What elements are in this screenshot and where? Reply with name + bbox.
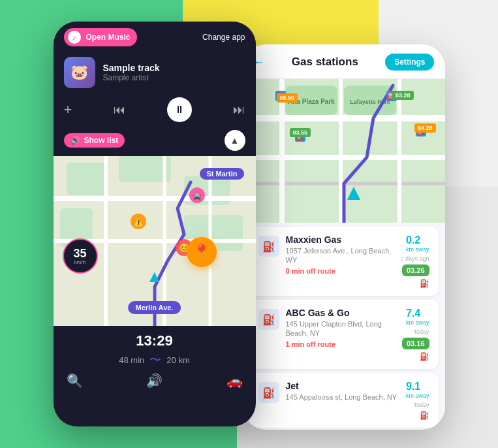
music-icon: ♪ [68, 31, 81, 44]
track-artist: Sample artist [103, 73, 245, 82]
map-svg-right: Alta Plaza Park Lafayette Park ⛽ ⛽ ⛽ ⛽ [243, 79, 445, 223]
svg-rect-1 [67, 163, 106, 195]
next-button[interactable]: ⏭ [233, 103, 245, 117]
gas-time-ago-1: 2 days ago [400, 255, 429, 262]
gas-station-route-1: 0 min off route [286, 267, 394, 275]
gas-dist-unit-1: km away [406, 246, 429, 253]
gas-station-name-3: Jet [286, 381, 399, 391]
gas-time-ago-2: Today [413, 328, 429, 335]
gas-distance-1: 0.2 [406, 234, 420, 246]
gas-dist-unit-2: km away [406, 319, 429, 326]
bottom-nav-left: 13:29 48 min 〜 20 km 🔍 🔊 🚗 [54, 326, 256, 398]
eta-time: 13:29 [136, 332, 172, 349]
car-icon[interactable]: 🚗 [226, 373, 243, 389]
gas-price-2: 03.16 [402, 338, 429, 349]
up-arrow-button[interactable]: ▲ [225, 130, 245, 151]
fuel-icon-2: ⛽ [420, 352, 429, 361]
gas-station-details-2: ABC Gas & Go 145 Upper Clapton Blvd, Lon… [286, 308, 396, 348]
gas-station-right-1: 0.2 km away 2 days ago 03.26 ⛽ [400, 234, 429, 288]
price-tag-2: 03.28 [392, 91, 414, 100]
gas-price-1: 03.26 [402, 264, 429, 276]
player-controls: + ⏮ ⏸ ⏭ [54, 93, 256, 127]
gas-station-name-1: Maxxien Gas [286, 234, 394, 245]
track-name: Sample track [103, 63, 245, 73]
header-title: Gas stations [292, 56, 358, 69]
location-pin[interactable]: 📍 [187, 237, 217, 267]
eta-details: 48 min 〜 20 km [119, 352, 189, 368]
gas-station-route-2: 1 min off route [286, 340, 396, 348]
nav-arrow: ▲ [146, 266, 163, 287]
gas-distance-2: 7.4 [406, 308, 420, 319]
gas-station-details-1: Maxxien Gas 1057 Jeferson Ave., Long Bea… [286, 234, 394, 275]
show-list-button[interactable]: 🔊 Show list [64, 133, 125, 148]
music-bar: ♪ Open Music Change app [54, 22, 256, 52]
show-list-bar: 🔊 Show list ▲ [54, 127, 256, 156]
gas-station-address-3: 145 Appaloosa st, Long Beach, NY [286, 392, 399, 402]
phones-container: ♪ Open Music Change app 🐷 Sample track S… [54, 18, 445, 430]
phone-right: ← Gas stations Settings Alta Plaza Park … [243, 44, 445, 430]
track-thumbnail: 🐷 [64, 57, 95, 88]
gas-station-details-3: Jet 145 Appaloosa st, Long Beach, NY [286, 381, 399, 404]
change-app-button[interactable]: Change app [202, 33, 245, 42]
gas-station-address-1: 1057 Jeferson Ave., Long Beach, WY [286, 246, 394, 265]
add-button[interactable]: + [64, 101, 72, 118]
prev-button[interactable]: ⏮ [114, 103, 125, 117]
gas-station-item-1[interactable]: ⛽ Maxxien Gas 1057 Jeferson Ave., Long B… [249, 227, 439, 296]
gas-station-icon-3: ⛽ [258, 382, 279, 403]
price-tag-1: 06.90 [277, 93, 298, 103]
nav-icons: 🔍 🔊 🚗 [67, 373, 243, 389]
gas-distance-3: 9.1 [406, 381, 420, 392]
search-icon[interactable]: 🔍 [67, 373, 83, 389]
map-right: Alta Plaza Park Lafayette Park ⛽ ⛽ ⛽ ⛽ 0… [243, 79, 445, 223]
price-tag-4: 04.28 [414, 123, 436, 133]
gas-station-right-2: 7.4 km away Today 03.16 ⛽ [402, 308, 429, 361]
gas-station-item-2[interactable]: ⛽ ABC Gas & Go 145 Upper Clapton Blvd, L… [249, 300, 439, 369]
svg-text:⚠️: ⚠️ [133, 217, 143, 227]
svg-text:🚔: 🚔 [193, 191, 202, 200]
gas-station-name-2: ABC Gas & Go [286, 308, 396, 318]
gas-dist-unit-3: km away [406, 392, 429, 399]
fuel-icon-1: ⛽ [420, 279, 429, 288]
track-info: 🐷 Sample track Sample artist [54, 52, 256, 93]
phone-left: ♪ Open Music Change app 🐷 Sample track S… [54, 22, 256, 426]
gas-station-item-3[interactable]: ⛽ Jet 145 Appaloosa st, Long Beach, NY 9… [249, 373, 439, 428]
settings-button[interactable]: Settings [385, 54, 434, 71]
gas-station-right-3: 9.1 km away Today ⛽ [406, 381, 429, 420]
gas-time-ago-3: Today [413, 402, 429, 408]
open-music-button[interactable]: ♪ Open Music [64, 28, 137, 46]
gas-station-list: ⛽ Maxxien Gas 1057 Jeferson Ave., Long B… [243, 223, 445, 430]
gas-station-icon-1: ⛽ [258, 236, 279, 257]
place-label: St Martin [200, 168, 243, 180]
play-pause-button[interactable]: ⏸ [167, 97, 192, 122]
gas-station-icon-2: ⛽ [258, 309, 279, 330]
track-details: Sample track Sample artist [103, 63, 245, 82]
price-tag-3: 03.55 [290, 128, 311, 137]
speed-badge: 35 km/h [63, 238, 98, 274]
street-label: Merlin Ave. [128, 301, 181, 314]
header-right: ← Gas stations Settings [243, 44, 445, 79]
gas-station-address-2: 145 Upper Clapton Blvd, Long Beach, NY [286, 319, 396, 338]
volume-icon[interactable]: 🔊 [146, 373, 163, 389]
fuel-icon-3: ⛽ [420, 411, 429, 420]
